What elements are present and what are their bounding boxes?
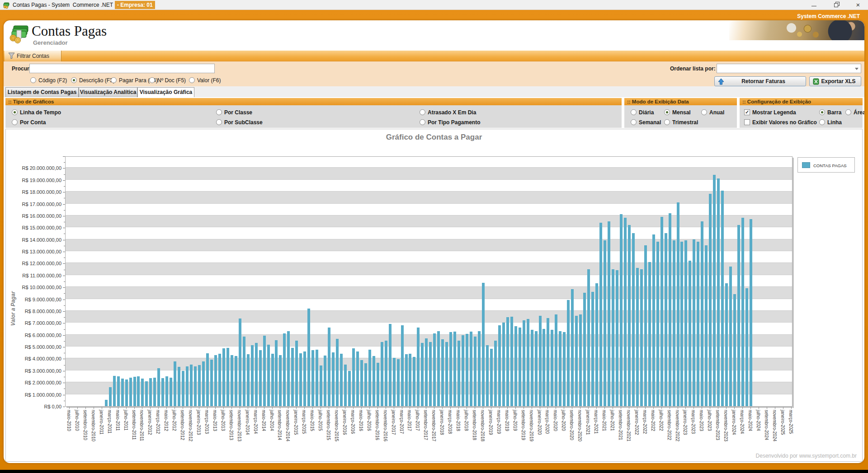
bar-junho-2021 bbox=[608, 221, 610, 406]
x-axis-tick-label: janeiro-2012 bbox=[147, 410, 152, 435]
bar-novembro-2014 bbox=[287, 331, 290, 406]
exportar-xls-button[interactable]: Exportar XLS bbox=[809, 76, 861, 86]
tab-visualizacao-analitica[interactable]: Visualização Analítica bbox=[79, 87, 137, 97]
bar-julho-2012 bbox=[174, 361, 176, 406]
y-axis-tick-label: R$ 12.000.000,00 bbox=[8, 261, 61, 266]
gridline bbox=[66, 203, 792, 204]
order-by-select[interactable] bbox=[717, 64, 861, 73]
bar-novembro-2020 bbox=[579, 314, 582, 406]
x-axis-tick-label: setembro-2019 bbox=[521, 410, 526, 440]
radio-descricao-f3[interactable]: Descrição (F3) bbox=[71, 76, 115, 83]
radio-circle bbox=[819, 119, 825, 125]
app-icon bbox=[3, 1, 10, 9]
bar-abril-2013 bbox=[210, 360, 213, 406]
x-axis-tick bbox=[702, 407, 702, 409]
plot-band bbox=[66, 215, 792, 227]
radio-codigo-f2[interactable]: Código (F2) bbox=[30, 76, 67, 83]
x-axis-tick-label: março-2024 bbox=[740, 410, 745, 434]
y-axis-tick bbox=[64, 162, 65, 163]
x-axis-tick-label: setembro-2023 bbox=[715, 410, 720, 440]
search-input[interactable] bbox=[29, 64, 215, 73]
retornar-faturas-button[interactable]: Retornar Faturas bbox=[714, 76, 806, 86]
x-axis-tick bbox=[775, 407, 775, 409]
radio-barra[interactable]: Barra bbox=[819, 108, 841, 115]
bar-novembro-2012 bbox=[190, 365, 193, 406]
x-axis-tick bbox=[637, 407, 637, 409]
radio-anual[interactable]: Anual bbox=[701, 108, 724, 115]
main-window-card: Contas Pagas Gerenciador Filtrar Contas … bbox=[4, 20, 864, 463]
bar-maio-2024 bbox=[750, 219, 752, 406]
retornar-faturas-label: Retornar Faturas bbox=[741, 78, 785, 84]
radio-por-conta[interactable]: Por Conta bbox=[12, 118, 46, 125]
bar-outubro-2014 bbox=[283, 333, 286, 406]
option-label: Anual bbox=[709, 109, 724, 116]
bar-janeiro-2016 bbox=[344, 365, 347, 406]
plot-band bbox=[66, 180, 792, 192]
radio-trimestral[interactable]: Trimestral bbox=[664, 118, 698, 125]
checkbox-mostrar-legenda[interactable]: ✓Mostrar Legenda bbox=[744, 108, 796, 115]
radio-por-tipo-pagamento[interactable]: Por Tipo Pagamento bbox=[420, 118, 480, 125]
radio-atrasado-x-em-dia[interactable]: Atrasado X Em Dia bbox=[420, 108, 476, 115]
gridline bbox=[66, 215, 792, 215]
bar-marco-2024 bbox=[741, 218, 744, 406]
radio-semanal[interactable]: Semanal bbox=[631, 118, 661, 125]
bar-fevereiro-2023 bbox=[689, 261, 691, 406]
option-label: Descrição (F3) bbox=[79, 77, 115, 84]
bar-janeiro-2015 bbox=[295, 341, 298, 406]
x-axis-tick bbox=[418, 407, 418, 409]
y-axis-tick bbox=[64, 329, 65, 330]
bar-junho-2022 bbox=[656, 242, 659, 406]
radio-area[interactable]: Área bbox=[845, 108, 864, 115]
x-axis-tick bbox=[256, 407, 256, 409]
bar-maio-2018 bbox=[458, 341, 460, 406]
x-axis-tick bbox=[483, 407, 483, 409]
bar-fevereiro-2013 bbox=[202, 361, 205, 406]
y-axis-tick bbox=[63, 395, 65, 395]
x-axis-tick-label: novembro-2010 bbox=[91, 410, 96, 441]
tab-filtrar-contas[interactable]: Filtrar Contas bbox=[5, 51, 61, 61]
tab-visualizacao-grafica[interactable]: Visualização Gráfica bbox=[137, 87, 194, 97]
checkbox-exibir-valores-no-grafico[interactable]: Exibir Valores no Gráfico bbox=[744, 118, 817, 125]
radio-linha[interactable]: Linha bbox=[819, 118, 842, 125]
y-axis-tick-label: R$ 14.000.000,00 bbox=[8, 237, 61, 243]
legend-label: CONTAS PAGAS bbox=[813, 163, 847, 168]
radio-por-classe[interactable]: Por Classe bbox=[216, 108, 252, 115]
radio-mensal[interactable]: Mensal bbox=[664, 108, 691, 115]
minimize-button[interactable] bbox=[805, 0, 823, 10]
tab-listagem-de-contas-pagas[interactable]: Listagem de Contas Pagas bbox=[5, 87, 79, 97]
bar-marco-2015 bbox=[303, 351, 306, 406]
radio-diaria[interactable]: Diária bbox=[631, 108, 654, 115]
x-axis-tick-label: março-2018 bbox=[448, 410, 453, 434]
y-axis-tick bbox=[63, 156, 65, 157]
x-axis-tick-label: setembro-2014 bbox=[277, 410, 282, 440]
bar-marco-2012 bbox=[157, 368, 160, 406]
x-axis-tick bbox=[142, 407, 142, 409]
y-axis-tick-label: R$ 2.000.000,00 bbox=[8, 380, 61, 385]
bar-novembro-2011 bbox=[141, 379, 144, 406]
radio-valor-f6[interactable]: Valor (F6) bbox=[189, 76, 221, 83]
plot-band bbox=[66, 156, 792, 168]
x-axis-tick bbox=[670, 407, 670, 409]
x-axis-tick bbox=[288, 407, 288, 409]
bar-agosto-2014 bbox=[275, 340, 278, 406]
radio-linha-de-tempo[interactable]: Linha de Tempo bbox=[12, 108, 61, 115]
plot-band bbox=[66, 227, 792, 239]
x-axis-tick-label: janeiro-2013 bbox=[196, 410, 201, 435]
x-axis-tick-label: maio-2019 bbox=[505, 410, 509, 431]
x-axis-tick-label: maio-2023 bbox=[699, 410, 704, 431]
close-button[interactable]: × bbox=[849, 0, 867, 10]
checkbox-box: ✓ bbox=[744, 109, 750, 115]
bar-janeiro-2022 bbox=[636, 268, 639, 406]
bar-marco-2022 bbox=[644, 245, 647, 406]
y-axis-tick-label: R$ 13.000.000,00 bbox=[8, 249, 61, 254]
bar-maio-2017 bbox=[409, 354, 411, 406]
bar-julho-2022 bbox=[660, 217, 663, 406]
x-axis-tick bbox=[710, 407, 710, 409]
radio-por-subclasse[interactable]: Por SubClasse bbox=[216, 118, 263, 125]
bar-abril-2024 bbox=[745, 288, 748, 406]
bar-maio-2011 bbox=[117, 376, 120, 406]
radio-n-doc-f5[interactable]: Nº Doc (F5) bbox=[149, 76, 186, 83]
y-axis-tick bbox=[64, 198, 65, 198]
restore-button[interactable] bbox=[827, 0, 845, 10]
panel-tipo-de-graficos: Linha de TempoPor ContaPor ClassePor Sub… bbox=[5, 105, 622, 128]
